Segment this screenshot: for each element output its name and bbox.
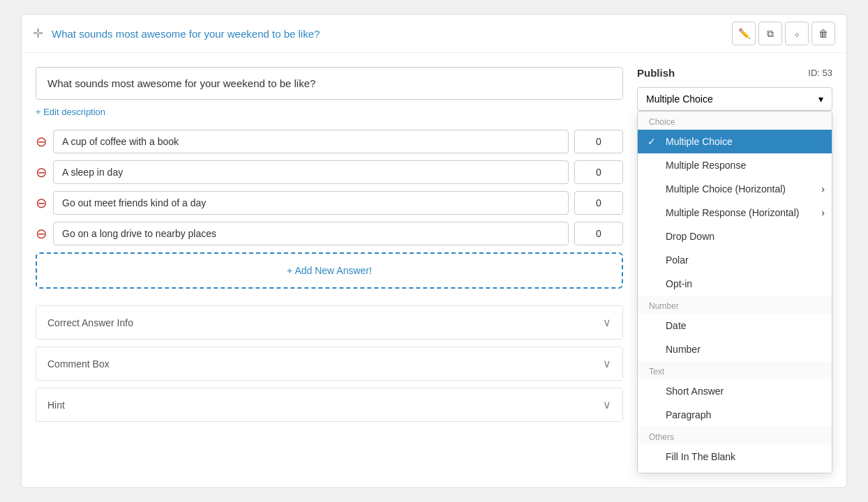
dropdown-item-multiple-response-horizontal[interactable]: Multiple Response (Horizontal) (638, 201, 832, 225)
comment-box-header[interactable]: Comment Box ∨ (36, 347, 622, 380)
hint-header[interactable]: Hint ∨ (36, 388, 622, 421)
dropdown-item-opt-in[interactable]: Opt-in (638, 272, 832, 296)
dropdown-item-drop-down[interactable]: Drop Down (638, 225, 832, 248)
publish-header: Publish ID: 53 (637, 67, 832, 79)
answer-score-input[interactable] (574, 130, 623, 153)
dropdown-trigger[interactable]: Multiple Choice ▾ (637, 87, 832, 111)
edit-description-link[interactable]: + Edit description (36, 107, 105, 117)
dropdown-category-text: Text (638, 361, 832, 379)
dropdown-item-fill-in-blank[interactable]: Fill In The Blank (638, 445, 832, 469)
dropdown-selected-label: Multiple Choice (646, 93, 713, 105)
header-title: What sounds most awesome for your weeken… (52, 28, 320, 40)
table-row: ⊖ (36, 130, 623, 153)
dropdown-item-polar[interactable]: Polar (638, 248, 832, 272)
answer-score-input[interactable] (574, 160, 623, 184)
correct-answer-info-section: Correct Answer Info ∨ (36, 305, 623, 340)
dropdown-item-multiple-choice[interactable]: ✓ Multiple Choice (638, 130, 832, 153)
question-input[interactable] (36, 67, 623, 100)
comment-box-title: Comment Box (47, 358, 110, 370)
add-answer-button[interactable]: + Add New Answer! (36, 252, 623, 289)
table-row: ⊖ (36, 160, 623, 184)
dropdown-category-number: Number (638, 296, 832, 314)
header-bar: ✛ What sounds most awesome for your week… (22, 15, 846, 53)
answer-score-input[interactable] (574, 191, 623, 215)
dropdown-item-multiple-response[interactable]: Multiple Response (638, 153, 832, 177)
answer-text-input[interactable] (53, 130, 569, 153)
dropdown-item-date[interactable]: Date (638, 314, 832, 337)
answers-list: ⊖ ⊖ ⊖ ⊖ (36, 130, 623, 245)
header-left: ✛ What sounds most awesome for your week… (33, 26, 320, 41)
hint-title: Hint (47, 400, 65, 411)
remove-answer-button[interactable]: ⊖ (36, 196, 47, 210)
drag-icon[interactable]: ✛ (33, 26, 43, 41)
remove-answer-button[interactable]: ⊖ (36, 227, 47, 241)
chevron-down-icon: ∨ (603, 316, 611, 329)
table-row: ⊖ (36, 222, 623, 245)
correct-answer-info-title: Correct Answer Info (47, 317, 133, 328)
hint-section: Hint ∨ (36, 388, 623, 422)
publish-title: Publish (637, 67, 675, 79)
remove-answer-button[interactable]: ⊖ (36, 135, 47, 149)
left-panel: + Edit description ⊖ ⊖ ⊖ (36, 67, 623, 429)
right-panel: Publish ID: 53 Multiple Choice ▾ Choice … (637, 67, 832, 429)
publish-id: ID: 53 (808, 68, 832, 78)
logic-button[interactable]: ⬦ (785, 22, 809, 45)
copy-button[interactable]: ⧉ (758, 22, 782, 45)
remove-answer-button[interactable]: ⊖ (36, 165, 47, 179)
answer-text-input[interactable] (53, 191, 569, 215)
chevron-down-icon: ∨ (603, 357, 611, 370)
dropdown-category-choice: Choice (638, 112, 832, 130)
main-content: + Edit description ⊖ ⊖ ⊖ (22, 53, 846, 443)
check-icon: ✓ (648, 136, 656, 147)
dropdown-item-short-answer[interactable]: Short Answer (638, 379, 832, 403)
dropdown-category-others: Others (638, 427, 832, 445)
chevron-down-icon: ∨ (603, 398, 611, 411)
answer-score-input[interactable] (574, 222, 623, 245)
answer-text-input[interactable] (53, 222, 569, 245)
header-actions: ✏️ ⧉ ⬦ 🗑 (732, 22, 835, 45)
correct-answer-info-header[interactable]: Correct Answer Info ∨ (36, 306, 622, 339)
answer-text-input[interactable] (53, 160, 569, 184)
comment-box-section: Comment Box ∨ (36, 347, 623, 381)
dropdown-menu: Choice ✓ Multiple Choice Multiple Respon… (637, 111, 832, 473)
table-row: ⊖ (36, 191, 623, 215)
dropdown-item-file-upload[interactable]: File Upload (638, 469, 832, 473)
dropdown-item-number[interactable]: Number (638, 337, 832, 361)
dropdown-item-multiple-choice-horizontal[interactable]: Multiple Choice (Horizontal) (638, 177, 832, 201)
dropdown-item-paragraph[interactable]: Paragraph (638, 403, 832, 427)
delete-button[interactable]: 🗑 (811, 22, 835, 45)
question-type-dropdown[interactable]: Multiple Choice ▾ Choice ✓ Multiple Choi… (637, 87, 832, 111)
question-card: ✛ What sounds most awesome for your week… (21, 14, 847, 488)
chevron-down-icon: ▾ (818, 93, 823, 105)
edit-button[interactable]: ✏️ (732, 22, 756, 45)
